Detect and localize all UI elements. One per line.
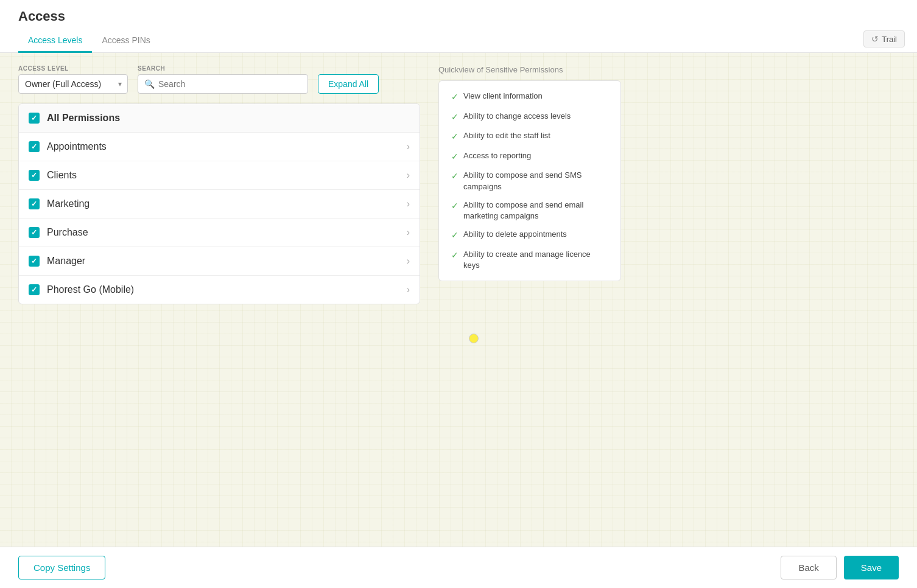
- search-input[interactable]: [158, 75, 301, 93]
- permission-left-appointments: Appointments: [29, 141, 107, 152]
- quickview-item-2: ✓ Ability to edit the staff list: [451, 130, 608, 143]
- permission-name-clients: Clients: [47, 170, 77, 181]
- quickview-text-5: Ability to compose and send email market…: [463, 200, 608, 222]
- trail-icon: ↺: [871, 34, 879, 44]
- permission-left-phorest-go: Phorest Go (Mobile): [29, 284, 134, 295]
- permission-name-purchase: Purchase: [47, 227, 88, 238]
- chevron-manager-icon: ›: [407, 256, 410, 267]
- access-level-select[interactable]: Owner (Full Access) Manager Staff: [18, 74, 128, 94]
- permission-name-marketing: Marketing: [47, 198, 90, 209]
- check-icon-0: ✓: [451, 91, 458, 103]
- quickview-text-0: View client information: [463, 91, 543, 102]
- expand-all-button[interactable]: Expand All: [318, 74, 379, 94]
- back-button[interactable]: Back: [781, 556, 836, 579]
- access-level-field: ACCESS LEVEL Owner (Full Access) Manager…: [18, 65, 128, 94]
- permission-row-phorest-go[interactable]: Phorest Go (Mobile) ›: [19, 276, 420, 304]
- checkbox-appointments[interactable]: [29, 141, 40, 152]
- quickview-label: Quickview of Sensitive Permissions: [438, 65, 899, 74]
- page-wrapper: Access Access Levels Access PINs ↺ Trail…: [0, 0, 917, 588]
- quickview-item-1: ✓ Ability to change access levels: [451, 111, 608, 124]
- permission-row-all[interactable]: All Permissions: [19, 104, 420, 133]
- permission-left-manager: Manager: [29, 256, 85, 267]
- permission-left-purchase: Purchase: [29, 227, 88, 238]
- check-icon-2: ✓: [451, 131, 458, 143]
- permission-left-clients: Clients: [29, 170, 77, 181]
- quickview-text-1: Ability to change access levels: [463, 111, 571, 122]
- permission-row-manager[interactable]: Manager ›: [19, 247, 420, 276]
- quickview-text-3: Access to reporting: [463, 150, 531, 161]
- tab-access-pins[interactable]: Access PINs: [92, 30, 160, 53]
- trail-button[interactable]: ↺ Trail: [863, 30, 905, 47]
- search-icon: 🔍: [144, 79, 155, 89]
- header-left: Access Access Levels Access PINs: [18, 9, 160, 52]
- permission-name-manager: Manager: [47, 256, 85, 267]
- permissions-list: All Permissions Appointments › Clients: [18, 103, 420, 304]
- search-field: SEARCH 🔍: [138, 65, 308, 94]
- checkbox-all[interactable]: [29, 113, 40, 124]
- page-title: Access: [18, 9, 160, 24]
- quickview-item-5: ✓ Ability to compose and send email mark…: [451, 200, 608, 222]
- checkbox-purchase[interactable]: [29, 227, 40, 238]
- search-wrapper: 🔍: [138, 74, 308, 94]
- check-icon-5: ✓: [451, 200, 458, 212]
- footer: Copy Settings Back Save: [0, 547, 917, 588]
- cursor-indicator: [469, 334, 479, 343]
- quickview-text-6: Ability to delete appointments: [463, 229, 567, 240]
- chevron-clients-icon: ›: [407, 170, 410, 181]
- access-level-label: ACCESS LEVEL: [18, 65, 128, 72]
- save-button[interactable]: Save: [844, 556, 899, 579]
- left-panel: ACCESS LEVEL Owner (Full Access) Manager…: [18, 65, 420, 304]
- check-icon-7: ✓: [451, 250, 458, 262]
- quickview-text-2: Ability to edit the staff list: [463, 130, 550, 141]
- permission-left-marketing: Marketing: [29, 198, 90, 209]
- checkbox-manager[interactable]: [29, 256, 40, 267]
- permission-left-all: All Permissions: [29, 113, 120, 124]
- permission-name-appointments: Appointments: [47, 141, 107, 152]
- copy-settings-button[interactable]: Copy Settings: [18, 556, 105, 579]
- tab-access-levels[interactable]: Access Levels: [18, 30, 92, 53]
- quickview-text-4: Ability to compose and send SMS campaign…: [463, 170, 608, 192]
- quickview-item-3: ✓ Access to reporting: [451, 150, 608, 163]
- chevron-appointments-icon: ›: [407, 141, 410, 152]
- check-icon-4: ✓: [451, 170, 458, 183]
- right-panel: Quickview of Sensitive Permissions ✓ Vie…: [438, 65, 899, 304]
- permission-row-marketing[interactable]: Marketing ›: [19, 190, 420, 219]
- quickview-box: ✓ View client information ✓ Ability to c…: [438, 80, 621, 281]
- quickview-item-4: ✓ Ability to compose and send SMS campai…: [451, 170, 608, 192]
- tabs: Access Levels Access PINs: [18, 30, 160, 52]
- quickview-text-7: Ability to create and manage licence key…: [463, 249, 608, 271]
- main-content: ACCESS LEVEL Owner (Full Access) Manager…: [0, 53, 917, 317]
- permission-row-appointments[interactable]: Appointments ›: [19, 133, 420, 161]
- access-level-select-wrapper: Owner (Full Access) Manager Staff: [18, 74, 128, 94]
- chevron-phorest-go-icon: ›: [407, 284, 410, 295]
- permission-name-all: All Permissions: [47, 113, 120, 124]
- checkbox-phorest-go[interactable]: [29, 284, 40, 295]
- check-icon-1: ✓: [451, 111, 458, 124]
- permission-name-phorest-go: Phorest Go (Mobile): [47, 284, 134, 295]
- check-icon-6: ✓: [451, 229, 458, 242]
- trail-button-label: Trail: [882, 35, 897, 44]
- header: Access Access Levels Access PINs ↺ Trail: [0, 0, 917, 53]
- quickview-item-6: ✓ Ability to delete appointments: [451, 229, 608, 242]
- footer-right: Back Save: [781, 556, 899, 579]
- permission-row-purchase[interactable]: Purchase ›: [19, 219, 420, 247]
- permission-row-clients[interactable]: Clients ›: [19, 161, 420, 190]
- quickview-item-0: ✓ View client information: [451, 91, 608, 103]
- checkbox-clients[interactable]: [29, 170, 40, 181]
- checkbox-marketing[interactable]: [29, 198, 40, 209]
- quickview-item-7: ✓ Ability to create and manage licence k…: [451, 249, 608, 271]
- search-label: SEARCH: [138, 65, 308, 72]
- controls-row: ACCESS LEVEL Owner (Full Access) Manager…: [18, 65, 420, 94]
- check-icon-3: ✓: [451, 151, 458, 163]
- chevron-marketing-icon: ›: [407, 198, 410, 209]
- chevron-purchase-icon: ›: [407, 227, 410, 238]
